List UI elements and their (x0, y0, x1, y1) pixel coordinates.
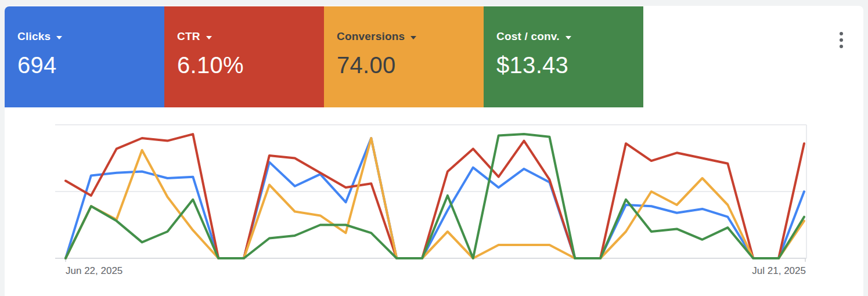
metric-label: Conversions (337, 30, 405, 43)
kebab-dot (840, 38, 843, 42)
metric-value: $13.43 (496, 52, 634, 78)
kebab-dot (840, 45, 843, 48)
kebab-dot (840, 32, 843, 35)
overflow-menu-button[interactable] (833, 27, 849, 53)
metric-label: Clicks (17, 30, 51, 43)
metric-card-cost-per-conv[interactable]: Cost / conv. $13.43 (484, 6, 643, 107)
metric-label-row[interactable]: CTR (177, 30, 315, 43)
metric-value: 694 (17, 52, 155, 78)
dropdown-arrow-icon[interactable] (56, 36, 62, 39)
metric-label-row[interactable]: Cost / conv. (496, 30, 634, 43)
metric-label: CTR (177, 30, 200, 43)
metric-card-conversions[interactable]: Conversions 74.00 (324, 6, 484, 107)
x-axis-start-date: Jun 22, 2025 (66, 265, 123, 277)
dropdown-arrow-icon[interactable] (410, 36, 416, 39)
metric-label-row[interactable]: Conversions (337, 30, 474, 43)
metric-value: 6.10% (177, 52, 315, 78)
dropdown-arrow-icon[interactable] (206, 36, 212, 39)
metric-card-ctr[interactable]: CTR 6.10% (164, 6, 324, 107)
x-axis-end-date: Jul 21, 2025 (752, 265, 806, 277)
dropdown-arrow-icon[interactable] (566, 36, 571, 39)
metric-label: Cost / conv. (496, 30, 560, 43)
metric-label-row[interactable]: Clicks (17, 30, 155, 43)
metric-card-clicks[interactable]: Clicks 694 (5, 6, 164, 107)
metric-value: 74.00 (337, 52, 474, 78)
